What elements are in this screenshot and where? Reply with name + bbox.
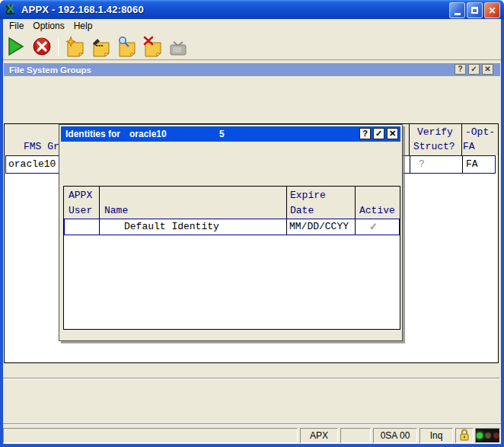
col-header-expire: Expire	[290, 190, 326, 201]
edit-record-icon[interactable]	[90, 36, 111, 57]
dialog-ok-button[interactable]: ✓	[373, 128, 384, 139]
col-header-date: Date	[290, 205, 314, 216]
col-header-name: Name	[104, 205, 128, 216]
col-header-user: User	[69, 205, 92, 216]
display-off-icon	[167, 36, 189, 57]
red-light	[493, 433, 499, 439]
toolbar	[3, 33, 501, 60]
fs-col-header-opt-1: -Opt-	[465, 126, 495, 138]
close-button[interactable]: ✕	[484, 2, 500, 18]
cell-expire-date: MM/DD/CCYY	[289, 221, 349, 232]
cell-name: Default Identity	[124, 221, 219, 232]
status-cell-osa: 0SA 00	[373, 428, 417, 443]
title-bar[interactable]: APPX - 192.168.1.42:8060 ✕	[0, 0, 504, 19]
cell-separator	[410, 156, 410, 173]
panel-cancel-button[interactable]: ✕	[482, 64, 493, 75]
minimize-button[interactable]	[449, 2, 465, 18]
fs-cell-group: oracle10	[8, 158, 56, 170]
close-icon: ✕	[488, 6, 496, 15]
view-record-icon[interactable]	[116, 36, 137, 57]
dialog-help-button[interactable]: ?	[359, 128, 371, 139]
fs-col-header-verify-2: Struct?	[413, 141, 455, 152]
cell-separator	[99, 219, 100, 235]
cell-separator	[286, 219, 287, 235]
panel-ok-button[interactable]: ✓	[468, 64, 480, 75]
minimize-icon	[455, 13, 461, 15]
dialog-title-count: 5	[219, 129, 225, 139]
menu-file[interactable]: File	[5, 20, 28, 32]
screenshot-root: APPX - 192.168.1.42:8060 ✕ File Options …	[0, 0, 504, 447]
toolbar-separator	[58, 37, 59, 56]
fs-col-header-opt-2: FA	[463, 141, 475, 152]
dialog-title-value: oracle10	[129, 129, 167, 139]
padlock-icon	[459, 429, 470, 443]
fs-cell-verify: ?	[419, 158, 425, 170]
fs-col-header-verify-1: Verify	[417, 126, 453, 138]
status-cell-apx: APX	[300, 428, 338, 443]
amber-light	[485, 433, 491, 439]
cell-separator	[462, 156, 463, 173]
client-area: File Options Help	[3, 19, 501, 444]
active-check-icon: ✓	[369, 221, 378, 232]
maximize-icon	[471, 7, 478, 14]
new-record-icon[interactable]	[64, 36, 85, 57]
panel-title: File System Groups	[9, 65, 91, 75]
appx-logo-icon	[5, 3, 18, 16]
menu-help[interactable]: Help	[69, 20, 97, 32]
identities-table: APPX User Name Expire Date Active Defaul…	[63, 186, 400, 330]
app-window: APPX - 192.168.1.42:8060 ✕ File Options …	[0, 0, 504, 447]
status-cell-message	[3, 428, 298, 443]
col-header-appx: APPX	[69, 190, 92, 201]
menu-options[interactable]: Options	[28, 20, 69, 32]
cell-separator	[355, 219, 356, 235]
status-lights-icon	[475, 428, 500, 443]
delete-record-icon[interactable]	[142, 36, 163, 57]
fs-cell-opt: FA	[466, 158, 478, 170]
panel-header: File System Groups ? ✓ ✕	[4, 63, 500, 76]
identities-dialog: Identities for oracle10 5 ? ✓ ✕ APPX Us	[59, 124, 403, 341]
divider	[3, 423, 501, 425]
panel-help-button[interactable]: ?	[455, 64, 466, 75]
window-title: APPX - 192.168.1.42:8060	[21, 4, 144, 15]
dialog-title: Identities for	[65, 129, 120, 139]
identity-row[interactable]: Default Identity MM/DD/CCYY ✓	[64, 219, 400, 235]
dialog-title-bar[interactable]: Identities for oracle10 5 ? ✓ ✕	[61, 126, 400, 142]
green-light	[477, 433, 483, 439]
run-icon[interactable]	[5, 36, 27, 57]
cancel-icon[interactable]	[31, 36, 53, 57]
status-cell-inq: Inq	[419, 428, 453, 443]
divider	[3, 378, 499, 379]
dialog-close-button[interactable]: ✕	[387, 128, 398, 139]
menu-bar: File Options Help	[3, 19, 501, 33]
col-header-active: Active	[359, 205, 395, 216]
maximize-button[interactable]	[467, 2, 483, 18]
status-lock-cell	[455, 428, 474, 443]
status-cell-blank	[340, 428, 371, 443]
